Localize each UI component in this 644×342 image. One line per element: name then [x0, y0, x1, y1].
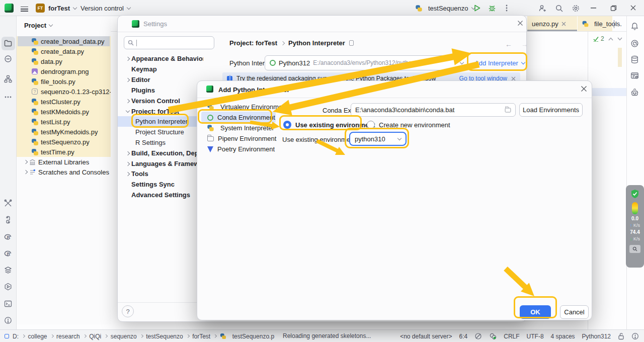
settings-tree-item[interactable]: Plugins — [118, 85, 203, 96]
env-item-poetry[interactable]: Poetry Environment — [202, 144, 278, 154]
settings-tree-item[interactable]: R Settings — [118, 137, 203, 148]
services-layers-icon[interactable] — [4, 266, 12, 274]
settings-tree-item[interactable]: Appearance & Behavior — [118, 53, 203, 64]
tab-list-chevron-icon[interactable] — [614, 20, 614, 28]
settings-tree-item[interactable]: Build, Execution, Deployment — [118, 148, 203, 158]
settings-tree-item-python-interpreter[interactable]: Python Interpreter — [118, 116, 203, 127]
env-item-system[interactable]: System Interpreter — [202, 123, 278, 133]
more-actions-icon[interactable] — [503, 4, 511, 12]
build-tools-icon[interactable] — [4, 199, 12, 207]
file-row[interactable]: testList.py — [17, 117, 111, 127]
code-with-me-icon[interactable] — [538, 4, 547, 13]
python-console-icon[interactable] — [4, 216, 12, 224]
todo-notes-icon[interactable] — [630, 71, 639, 80]
unlock-icon[interactable] — [618, 332, 624, 340]
cancel-button[interactable]: Cancel — [560, 305, 589, 319]
project-widget[interactable]: FT forTest — [36, 4, 76, 13]
close-settings-icon[interactable] — [517, 20, 523, 26]
file-encoding[interactable]: UTF-8 — [527, 333, 544, 340]
minimize-button[interactable] — [591, 8, 598, 9]
tree-item-scratches[interactable]: Scratches and Consoles — [17, 167, 111, 177]
file-row[interactable]: testMyKmedoids.py — [17, 127, 111, 137]
interpreter-combobox[interactable]: Python312 E:/anaconda3/envs/Python312/py… — [265, 55, 468, 70]
prev-problem-icon[interactable] — [608, 37, 613, 41]
close-window-button[interactable] — [630, 5, 636, 11]
env-item-pipenv[interactable]: Pipenv Environment — [202, 133, 278, 144]
settings-tree-item[interactable]: Languages & Frameworks — [118, 158, 203, 169]
r-console-icon[interactable]: R — [4, 233, 12, 241]
file-row[interactable]: create_data.py — [17, 46, 111, 56]
radio-create-new[interactable]: Create new environment — [367, 121, 450, 129]
interpreter-widget[interactable]: Python312 — [582, 333, 611, 340]
conda-executable-field[interactable]: E:\anaconda3\condabin\conda.bat — [351, 103, 516, 117]
back-arrow-icon[interactable]: ← — [505, 40, 512, 48]
maximize-button[interactable] — [610, 5, 617, 12]
tree-item-external-libraries[interactable]: External Libraries — [17, 157, 111, 167]
widget-search-button[interactable] — [629, 245, 640, 253]
problems-icon[interactable] — [4, 316, 12, 324]
close-add-dialog-icon[interactable] — [581, 86, 587, 92]
file-row[interactable]: create_broad_data.py — [17, 36, 111, 46]
env-item-virtualenv[interactable]: Virtualenv Environment — [202, 102, 278, 112]
settings-search-input[interactable] — [124, 36, 214, 49]
event-log-icon[interactable] — [631, 332, 639, 340]
file-row[interactable]: data.py — [17, 56, 111, 66]
project-panel-header[interactable]: Project — [24, 22, 52, 29]
env-combobox[interactable]: python310 — [349, 132, 407, 146]
file-row[interactable]: dendrogram.png — [17, 66, 111, 76]
inlay-hints-off-icon[interactable] — [474, 332, 482, 340]
settings-tree-item[interactable]: Version Control — [118, 96, 203, 106]
line-separator[interactable]: CRLF — [504, 333, 519, 340]
indent-style[interactable]: 4 spaces — [551, 333, 575, 340]
settings-gear-icon[interactable] — [572, 4, 580, 13]
run-button[interactable] — [473, 4, 481, 12]
status-breadcrumb[interactable]: D: college research QiQi sequenzo testSe… — [5, 330, 274, 342]
run-anything-icon[interactable] — [4, 283, 12, 291]
ok-button[interactable]: OK — [520, 305, 551, 319]
help-button[interactable]: ? — [122, 305, 134, 317]
notifications-bell-icon[interactable] — [630, 22, 639, 31]
env-item-conda[interactable]: Conda Environment — [202, 112, 278, 123]
vcs-menu[interactable]: Version control — [80, 4, 130, 13]
settings-tree-item[interactable]: Project Structure — [118, 127, 203, 137]
net-speed-widget[interactable]: 0.0 ↑ K/s 74.4 ↓ K/s — [626, 185, 644, 268]
file-row[interactable]: testKMedoids.py — [17, 107, 111, 117]
debug-button[interactable] — [488, 4, 496, 12]
next-problem-icon[interactable] — [617, 37, 622, 41]
add-interpreter-button[interactable]: Add Interpreter — [472, 55, 527, 70]
editor-tab[interactable]: file_tools. — [578, 16, 612, 31]
file-row[interactable]: file_tools.py — [17, 76, 111, 87]
database-icon[interactable] — [630, 55, 639, 64]
structure-icon[interactable] — [4, 75, 12, 83]
close-tab-icon[interactable] — [561, 22, 566, 26]
default-server[interactable]: <no default server> — [400, 333, 452, 340]
terminal-icon[interactable] — [4, 300, 12, 308]
copy-path-icon[interactable] — [349, 40, 354, 46]
load-environments-button[interactable]: Load Environments — [519, 103, 583, 117]
settings-tree-item[interactable]: Tools — [118, 168, 203, 179]
settings-tree-item[interactable]: Editor — [118, 74, 203, 85]
file-row[interactable]: sequenzo-0.1.23-cp312-cp31 — [17, 87, 111, 97]
plugin-robot-icon[interactable] — [630, 89, 639, 97]
radio-use-existing[interactable]: Use existing environment — [283, 121, 375, 129]
file-row[interactable]: testSequenzo.py — [17, 137, 111, 147]
ai-assistant-icon[interactable] — [630, 39, 639, 48]
r-tools-icon[interactable]: R — [4, 249, 12, 258]
forward-arrow-icon[interactable]: → — [521, 40, 528, 48]
more-tools-icon[interactable] — [4, 93, 12, 101]
browse-folder-icon[interactable] — [505, 108, 511, 112]
services-status-icon[interactable] — [489, 332, 497, 340]
caret-position[interactable]: 6:4 — [459, 333, 468, 340]
settings-tree-item[interactable]: Project: forTest — [118, 106, 203, 117]
settings-tree-item[interactable]: Settings Sync — [118, 179, 203, 190]
file-row[interactable]: testTime.py — [17, 147, 111, 157]
run-config-selector[interactable]: testSequenzo — [416, 4, 475, 13]
inspection-widget[interactable]: 2 — [593, 35, 622, 42]
project-folder-icon[interactable] — [4, 39, 12, 47]
search-everywhere-icon[interactable] — [555, 4, 564, 13]
settings-tree-item[interactable]: Keymap — [118, 64, 203, 74]
settings-tree-item[interactable]: Advanced Settings — [118, 190, 203, 200]
file-row[interactable]: testCluster.py — [17, 97, 111, 107]
main-menu-icon[interactable] — [21, 5, 28, 13]
editor-tab-active[interactable]: uenzo.py — [527, 16, 577, 31]
